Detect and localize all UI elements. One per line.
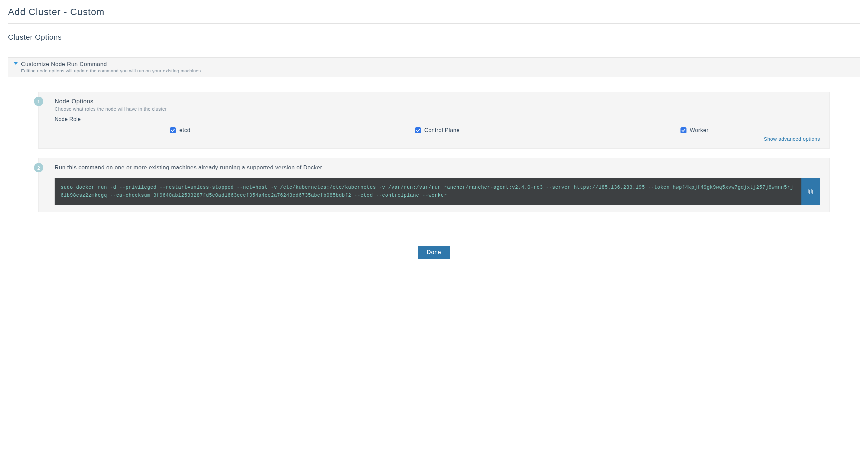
check-icon [416, 128, 420, 132]
customize-subtitle: Editing node options will update the com… [21, 68, 201, 73]
etcd-label: etcd [179, 127, 190, 133]
show-advanced-options-link[interactable]: Show advanced options [764, 136, 820, 142]
node-options-card: 1 Node Options Choose what roles the nod… [38, 92, 830, 149]
done-button[interactable]: Done [418, 246, 450, 259]
command-row: sudo docker run -d --privileged --restar… [55, 178, 820, 205]
page-title: Add Cluster - Custom [8, 7, 860, 17]
cluster-options-title: Cluster Options [8, 33, 860, 42]
worker-checkbox[interactable] [680, 127, 686, 133]
check-icon [171, 128, 175, 132]
customize-body: 1 Node Options Choose what roles the nod… [8, 77, 860, 236]
chevron-down-icon [14, 62, 18, 65]
command-text[interactable]: sudo docker run -d --privileged --restar… [55, 178, 801, 205]
node-options-subtitle: Choose what roles the node will have in … [55, 106, 820, 112]
clipboard-icon [808, 188, 814, 195]
copy-button[interactable] [801, 178, 820, 205]
node-role-row: etcd Control Plane [55, 127, 820, 133]
customize-title: Customize Node Run Command [21, 61, 201, 68]
customize-header[interactable]: Customize Node Run Command Editing node … [8, 58, 860, 77]
step-badge-1: 1 [34, 97, 43, 106]
node-options-title: Node Options [55, 98, 820, 105]
control-plane-checkbox[interactable] [415, 127, 421, 133]
run-command-card: 2 Run this command on one or more existi… [38, 158, 830, 212]
step-badge-2: 2 [34, 163, 43, 172]
check-icon [681, 128, 685, 132]
node-role-label: Node Role [55, 116, 820, 122]
worker-label: Worker [690, 127, 709, 133]
customize-panel: Customize Node Run Command Editing node … [8, 57, 860, 236]
etcd-checkbox[interactable] [170, 127, 176, 133]
divider [8, 48, 860, 48]
control-plane-label: Control Plane [424, 127, 460, 133]
run-command-description: Run this command on one or more existing… [55, 164, 820, 171]
divider [8, 23, 860, 24]
